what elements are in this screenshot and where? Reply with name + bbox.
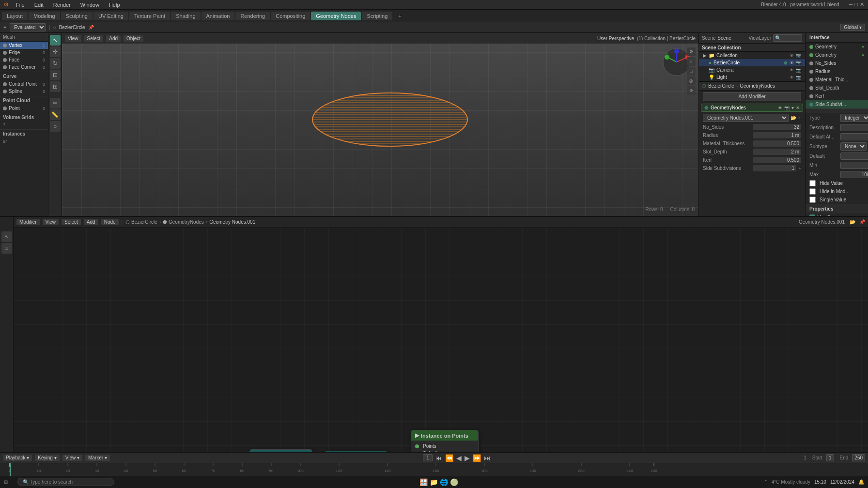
tab-geometry-nodes[interactable]: Geometry Nodes — [311, 12, 361, 20]
light-render[interactable]: 📷 — [796, 75, 801, 80]
ne-menu-view[interactable]: View — [43, 219, 59, 225]
ne-menu-select[interactable]: Select — [62, 219, 81, 225]
windows-start[interactable]: ⊞ — [4, 479, 8, 485]
ne-browse-icon[interactable]: 📂 — [850, 219, 855, 225]
collection-vis[interactable]: 👁 — [790, 53, 794, 58]
mod-render-icon[interactable]: 📷 — [784, 106, 790, 110]
no-sides-value[interactable] — [753, 124, 801, 130]
node-box-select[interactable]: □ — [1, 243, 12, 254]
notifications[interactable]: 🔔 — [858, 479, 864, 485]
tab-texture-paint[interactable]: Texture Paint — [129, 12, 170, 20]
camera-render[interactable]: 📷 — [796, 68, 801, 73]
timeline-ruler[interactable]: 1 10 20 30 40 50 60 70 80 90 1 — [0, 463, 868, 477]
node-select-tool[interactable]: ↖ — [1, 231, 12, 242]
light-item[interactable]: 💡 Light 👁 📷 — [699, 74, 805, 81]
timeline-view[interactable]: View ▾ — [62, 455, 82, 461]
scale-tool[interactable]: ⊡ — [50, 70, 61, 80]
timeline-start-val[interactable]: 1 — [826, 454, 834, 461]
iface-radius[interactable]: Radius — [806, 67, 868, 76]
timeline-transport-start[interactable]: ⏮ — [435, 454, 442, 462]
timeline-transport-prev[interactable]: ⏪ — [445, 454, 453, 462]
bc-geonodes[interactable]: ⬟ GeometryNodes — [163, 219, 204, 225]
kerf-value[interactable] — [753, 157, 801, 163]
new-icon[interactable]: + — [798, 115, 801, 121]
node-editor[interactable]: Modifier View Select Add Node | ⬡ Bezier… — [14, 217, 868, 488]
timeline-transport-end[interactable]: ⏭ — [484, 454, 491, 462]
side-subdiv-value[interactable] — [753, 165, 796, 171]
face-corner-item[interactable]: Face Corner 0 — [0, 63, 48, 71]
tab-layout[interactable]: Layout — [2, 12, 28, 20]
edge-item[interactable]: Edge 0 — [0, 49, 48, 56]
maximize-btn[interactable]: □ — [854, 1, 858, 8]
iface-slot-depth[interactable]: Slot_Depth — [806, 84, 868, 92]
browse-icon[interactable]: 📂 — [790, 115, 796, 121]
single-value-checkbox[interactable] — [809, 197, 816, 203]
hide-in-mod-checkbox[interactable] — [809, 188, 816, 195]
iface-side-subdiv[interactable]: Side Subdivi... — [806, 100, 868, 108]
collection-render[interactable]: 📷 — [796, 53, 801, 58]
face-item[interactable]: Face 0 — [0, 56, 48, 63]
viewport-menu-object[interactable]: Object — [124, 35, 143, 42]
menu-edit[interactable]: Edit — [32, 2, 46, 8]
radius-value[interactable] — [753, 132, 801, 138]
mat-thickness-value[interactable] — [753, 140, 801, 147]
tab-scripting[interactable]: Scripting — [362, 12, 392, 20]
vertex-item[interactable]: Vertex 1 — [0, 42, 48, 49]
vp-options-btn[interactable]: ⚙ — [687, 47, 696, 56]
mod-expand-icon[interactable]: ▾ — [791, 105, 794, 110]
ne-menu-modifier[interactable]: Modifier — [16, 219, 40, 225]
annotate-tool[interactable]: ✏ — [50, 98, 61, 108]
camera-item[interactable]: 📷 Camera 👁 📷 — [699, 66, 805, 74]
mod-close-icon[interactable]: ✕ — [796, 105, 800, 110]
tab-compositing[interactable]: Compositing — [271, 12, 310, 20]
ne-pin-icon[interactable]: 📌 — [859, 219, 865, 225]
transform-tool[interactable]: ⊞ — [50, 81, 61, 92]
timeline-marker[interactable]: Marker ▾ — [85, 455, 110, 461]
viewport-3d[interactable]: View Select Add Object User Perspective … — [62, 33, 698, 216]
vp-toggle3[interactable]: ◎ — [687, 76, 696, 85]
volume-grids-item[interactable]: 7 — [0, 122, 48, 128]
type-select[interactable]: Integer — [840, 114, 868, 122]
control-point-item[interactable]: Control Point 0 — [0, 80, 48, 88]
taskbar-icon-1[interactable]: 🪟 — [419, 478, 428, 486]
pin-icon[interactable]: 📌 — [88, 25, 94, 30]
minimize-btn[interactable]: ─ — [849, 1, 853, 8]
bezier-circle-item[interactable]: ● BezierCircle ⬟ 👁 📷 — [699, 59, 805, 66]
search-bar[interactable]: 🔍 Type here to search — [17, 478, 114, 486]
menu-file[interactable]: File — [14, 2, 27, 8]
rotate-tool[interactable]: ↻ — [50, 58, 61, 69]
timeline-end-val[interactable]: 250 — [852, 454, 865, 461]
side-subdiv-add[interactable]: + — [798, 166, 801, 171]
vp-toggle2[interactable]: □ — [687, 67, 696, 76]
viewport-menu-select[interactable]: Select — [84, 35, 104, 42]
iface-kerf[interactable]: Kerf — [806, 92, 868, 100]
default-at-input[interactable] — [840, 133, 868, 140]
hide-value-checkbox[interactable] — [809, 180, 816, 186]
timeline-transport-rewind[interactable]: ◀ — [456, 454, 462, 462]
add-workspace-btn[interactable]: + — [393, 12, 406, 20]
mode-select[interactable]: Evaluated — [10, 23, 46, 31]
global-dropdown[interactable]: Global ▾ — [840, 24, 865, 31]
instances-item[interactable]: 64 — [0, 138, 48, 145]
light-vis[interactable]: 👁 — [790, 75, 794, 80]
iface-geometry-2[interactable]: Geometry ● — [806, 51, 868, 59]
ne-menu-add[interactable]: Add — [84, 219, 98, 225]
taskbar-icon-2[interactable]: 📁 — [430, 478, 438, 486]
collection-item[interactable]: ▶ 📁 Collection 👁 📷 — [699, 52, 805, 59]
subtype-select[interactable]: None — [840, 142, 867, 151]
timeline-transport-play[interactable]: ▶ — [465, 454, 470, 462]
tab-animation[interactable]: Animation — [202, 12, 235, 20]
min-input[interactable] — [840, 162, 868, 169]
tab-rendering[interactable]: Rendering — [235, 12, 270, 20]
description-input[interactable] — [840, 124, 868, 131]
tab-modeling[interactable]: Modeling — [29, 12, 60, 20]
node-group-select[interactable]: Geometry Nodes.001 — [703, 114, 789, 122]
tab-sculpting[interactable]: Sculpting — [61, 12, 93, 20]
iface-no-sides[interactable]: No_Sides — [806, 59, 868, 67]
viewport-menu-view[interactable]: View — [65, 35, 81, 42]
timeline-transport-next[interactable]: ⏩ — [473, 454, 481, 462]
slot-depth-value[interactable] — [753, 149, 801, 155]
menu-render[interactable]: Render — [51, 2, 73, 8]
vp-toggle4[interactable]: ⊕ — [687, 86, 696, 95]
tab-uv-editing[interactable]: UV Editing — [93, 12, 128, 20]
